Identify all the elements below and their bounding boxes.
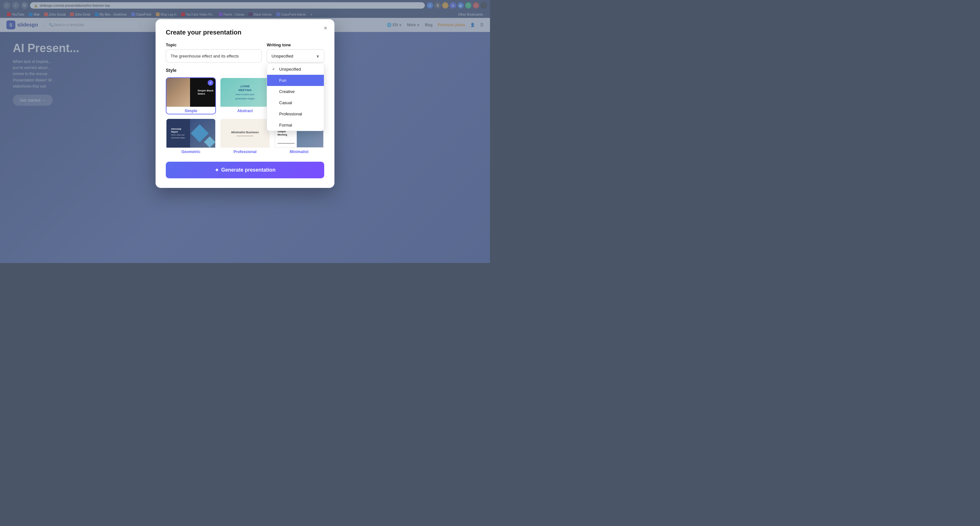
professional-content: Minimalist Business <box>231 131 259 137</box>
generate-button[interactable]: ✦ Generate presentation <box>166 162 324 179</box>
writing-tone-group: Writing tone Unspecified ∨ ✓ Unspecified… <box>267 43 324 63</box>
geo-diamond-1 <box>190 124 208 142</box>
sparkle-icon: ✦ <box>215 167 219 173</box>
simple-img <box>166 78 190 107</box>
dropdown-item-formal-label: Formal <box>279 123 292 128</box>
simple-text: Simple BlackSlides <box>198 89 214 96</box>
dropdown-item-professional-label: Professional <box>279 112 302 116</box>
style-card-simple-label: Simple <box>166 107 215 114</box>
modal-close-button[interactable]: × <box>321 24 330 33</box>
dropdown-item-unspecified-label: Unspecified <box>279 67 301 72</box>
chevron-down-icon: ∨ <box>316 54 320 59</box>
dropdown-item-formal[interactable]: Formal <box>267 120 324 131</box>
abstract-text: LIVINEMEETINGHere is where yourpresentat… <box>235 84 255 100</box>
simple-check: ✓ <box>208 80 213 86</box>
tone-dropdown: ✓ Unspecified Fun Creative Casual <box>267 63 324 131</box>
dropdown-item-fun-label: Fun <box>279 78 286 83</box>
style-card-professional-label: Professional <box>220 148 269 155</box>
dropdown-item-unspecified[interactable]: ✓ Unspecified <box>267 64 324 75</box>
dropdown-item-fun[interactable]: Fun <box>267 75 324 86</box>
style-card-simple[interactable]: Simple BlackSlides ✓ Simple <box>166 77 216 115</box>
form-row-topic: Topic Writing tone Unspecified ∨ ✓ Unspe… <box>166 43 324 63</box>
style-card-abstract-label: Abstract <box>220 107 269 114</box>
generate-label: Generate presentation <box>221 167 276 173</box>
topic-label: Topic <box>166 43 262 47</box>
writing-tone-label: Writing tone <box>267 43 324 47</box>
minimalist-line <box>278 143 294 144</box>
check-icon: ✓ <box>272 67 277 71</box>
preview-simple: Simple BlackSlides ✓ <box>166 78 215 107</box>
geometric-right <box>190 119 216 148</box>
preview-geometric: InternshipReportHere is where yourpresen… <box>166 119 215 148</box>
dropdown-item-creative[interactable]: Creative <box>267 86 324 97</box>
style-card-minimalist-label: Minimalist <box>275 148 324 155</box>
topic-group: Topic <box>166 43 262 63</box>
geometric-text: InternshipReportHere is where yourpresen… <box>171 128 185 139</box>
modal-title: Create your presentation <box>166 29 324 36</box>
style-card-geometric-label: Geometric <box>166 148 215 155</box>
geo-diamond-2 <box>204 137 215 148</box>
preview-abstract: LIVINEMEETINGHere is where yourpresentat… <box>220 78 269 107</box>
style-card-abstract[interactable]: LIVINEMEETINGHere is where yourpresentat… <box>220 77 270 115</box>
dropdown-item-casual[interactable]: Casual <box>267 97 324 108</box>
dropdown-item-professional[interactable]: Professional <box>267 108 324 120</box>
geometric-left: InternshipReportHere is where yourpresen… <box>166 119 190 148</box>
topic-input[interactable] <box>166 49 262 63</box>
tone-select[interactable]: Unspecified ∨ <box>267 49 324 63</box>
dropdown-item-creative-label: Creative <box>279 89 294 94</box>
professional-line <box>237 136 253 136</box>
tone-selected-value: Unspecified <box>272 54 293 59</box>
style-card-professional[interactable]: Minimalist Business Professional <box>220 118 270 155</box>
modal-overlay: Create your presentation × Topic Writing… <box>0 0 490 263</box>
create-presentation-modal: Create your presentation × Topic Writing… <box>156 19 334 188</box>
dropdown-item-casual-label: Casual <box>279 100 292 105</box>
professional-text: Minimalist Business <box>231 131 259 135</box>
preview-professional: Minimalist Business <box>220 119 269 148</box>
style-card-geometric[interactable]: InternshipReportHere is where yourpresen… <box>166 118 216 155</box>
